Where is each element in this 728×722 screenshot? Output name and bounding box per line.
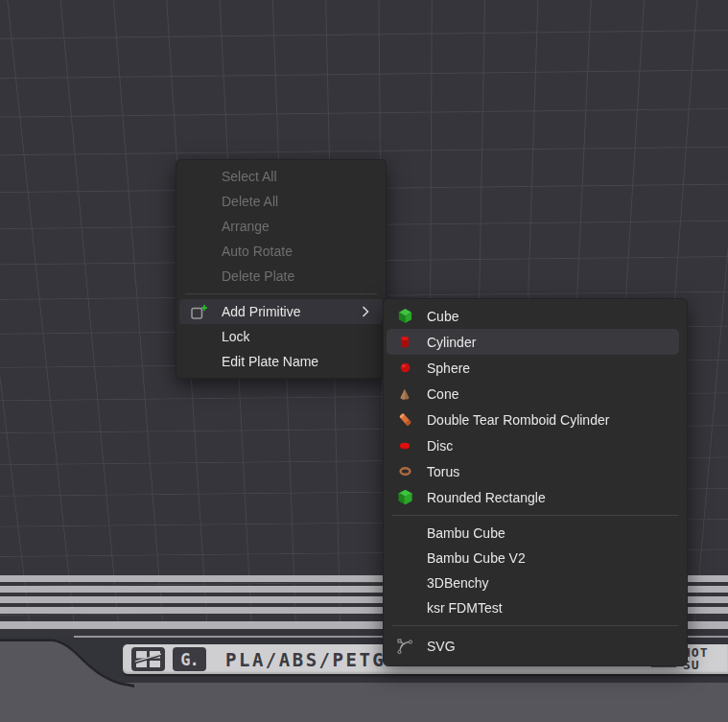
submenu-separator xyxy=(392,515,678,516)
context-menu-item-lock[interactable]: Lock xyxy=(176,324,386,349)
submenu-item-label: Torus xyxy=(427,464,459,479)
icon-placeholder xyxy=(189,217,210,236)
submenu-item-label: Rounded Rectangle xyxy=(427,490,546,505)
add-primitive-submenu: CubeCylinderSphereConeDouble Tear Romboi… xyxy=(383,298,688,666)
plate-material-label: PLA/ABS/PETG xyxy=(225,648,386,670)
submenu-item-double-tear-romboid-cylinder[interactable]: Double Tear Romboid Cylinder xyxy=(384,407,687,432)
icon-placeholder xyxy=(396,598,413,617)
context-menu-item-label: Arrange xyxy=(222,219,270,234)
submenu-item-bambu-cube[interactable]: Bambu Cube xyxy=(384,521,687,546)
context-menu-item-label: Select All xyxy=(222,169,277,184)
submenu-item-label: Bambu Cube xyxy=(427,525,505,541)
plate-corner-label-line2: SU xyxy=(683,660,728,672)
context-menu-item-select-all: Select All xyxy=(176,164,386,189)
submenu-item-disc[interactable]: Disc xyxy=(384,432,687,458)
g-mark-text: G. xyxy=(180,650,198,669)
tilted-cylinder-icon xyxy=(396,410,413,430)
context-menu-separator xyxy=(185,293,377,294)
plate-corner-label: HOT SU xyxy=(683,647,728,671)
submenu-separator xyxy=(392,625,678,626)
context-menu-item-label: Delete All xyxy=(222,194,278,209)
icon-placeholder xyxy=(396,524,413,543)
submenu-item-sphere[interactable]: Sphere xyxy=(384,355,687,381)
sphere-icon xyxy=(396,359,413,378)
submenu-item-label: 3DBenchy xyxy=(427,575,489,591)
add-primitive-icon xyxy=(189,302,210,321)
submenu-item-label: Cone xyxy=(427,386,458,402)
icon-placeholder xyxy=(189,167,210,186)
cone-icon xyxy=(396,384,413,404)
submenu-item-label: Double Tear Romboid Cylinder xyxy=(427,412,609,428)
submenu-item-label: Cube xyxy=(427,309,458,324)
plate-corner-chamfer xyxy=(0,633,134,722)
context-menu-item-label: Delete Plate xyxy=(222,268,294,284)
submenu-item-label: ksr FDMTest xyxy=(427,600,503,616)
context-menu-item-arrange: Arrange xyxy=(176,214,386,239)
submenu-item-torus[interactable]: Torus xyxy=(384,458,687,484)
bezier-path-icon xyxy=(396,637,413,656)
context-menu: Select AllDelete AllArrangeAuto RotateDe… xyxy=(176,159,387,379)
g-mark-logo-icon: G. xyxy=(173,647,206,671)
submenu-item-3dbenchy[interactable]: 3DBenchy xyxy=(384,571,687,595)
torus-icon xyxy=(396,462,413,481)
context-menu-item-delete-all: Delete All xyxy=(176,189,386,214)
icon-placeholder xyxy=(189,267,210,286)
icon-placeholder xyxy=(396,548,413,568)
icon-placeholder xyxy=(189,352,210,371)
context-menu-item-delete-plate: Delete Plate xyxy=(176,264,386,289)
submenu-item-cylinder[interactable]: Cylinder xyxy=(387,329,679,355)
bambu-pinwheel-logo-icon xyxy=(131,647,165,671)
submenu-item-label: Bambu Cube V2 xyxy=(427,550,526,566)
icon-placeholder xyxy=(396,573,413,593)
submenu-item-label: Sphere xyxy=(427,361,470,376)
submenu-item-cone[interactable]: Cone xyxy=(384,381,687,407)
icon-placeholder xyxy=(189,242,210,261)
disc-icon xyxy=(396,436,413,455)
icon-placeholder xyxy=(189,327,210,346)
context-menu-item-label: Auto Rotate xyxy=(222,244,293,259)
cylinder-icon xyxy=(396,333,413,352)
icon-placeholder xyxy=(189,192,210,211)
submenu-item-rounded-rectangle[interactable]: Rounded Rectangle xyxy=(384,484,687,510)
submenu-item-label: SVG xyxy=(427,639,456,654)
context-menu-item-label: Lock xyxy=(222,329,250,344)
context-menu-item-auto-rotate: Auto Rotate xyxy=(176,239,386,264)
submenu-item-label: Cylinder xyxy=(427,335,476,350)
submenu-item-label: Disc xyxy=(427,438,453,454)
submenu-item-cube[interactable]: Cube xyxy=(384,303,687,329)
slicer-3d-viewport: G. PLA/ABS/PETG HOT SU Select AllDelete … xyxy=(0,0,728,722)
context-menu-item-label: Edit Plate Name xyxy=(222,354,318,369)
rounded-cube-icon xyxy=(396,488,413,507)
submenu-item-ksr-fdmtest[interactable]: ksr FDMTest xyxy=(384,595,687,620)
context-menu-item-label: Add Primitive xyxy=(222,304,300,319)
submenu-chevron-icon xyxy=(362,306,369,317)
context-menu-item-edit-plate-name[interactable]: Edit Plate Name xyxy=(176,349,386,374)
submenu-item-bambu-cube-v2[interactable]: Bambu Cube V2 xyxy=(384,546,687,571)
submenu-item-svg[interactable]: SVG xyxy=(384,631,687,662)
context-menu-item-add-primitive[interactable]: Add Primitive xyxy=(179,299,383,324)
cube-icon xyxy=(396,307,413,326)
